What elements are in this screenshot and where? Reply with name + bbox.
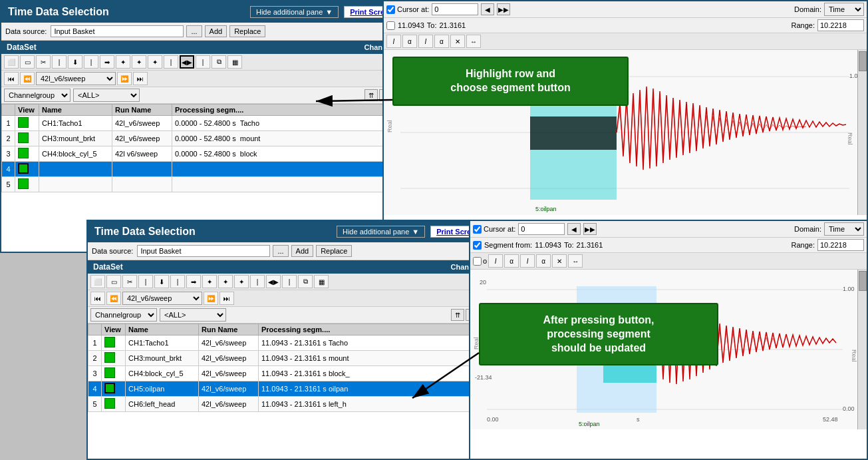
bottom-table-row-selected[interactable]: 4 CH5:oilpan 42l_v6/sweep 11.0943 - 21.3… [88,381,511,397]
bottom-add-button[interactable]: Add [291,245,314,257]
top-sweep-select[interactable]: 42l_v6/sweep [36,72,116,85]
tool-btn-separator: | [52,55,67,69]
brun-cell-3: 42l_v6/sweep [199,366,259,381]
tool-btn-grid[interactable]: ▦ [227,55,242,69]
bottom-table-row[interactable]: 2 CH3:mount_brkt 42l_v6/sweep 11.0943 - … [88,351,511,366]
btool-btn-star2[interactable]: ✦ [218,275,233,288]
bottom-hide-pane-button[interactable]: Hide additional pane ▼ [337,226,425,238]
bottom-cursor-checkbox[interactable] [473,225,482,234]
top-segment-checkbox[interactable] [386,21,395,30]
bottom-filter-nav1[interactable]: ⇈ [451,309,464,321]
view-check-4 [18,163,29,174]
bottom-nav-first[interactable]: ⏮ [90,292,105,305]
bottom-replace-button[interactable]: Replace [316,245,352,257]
chart-tool-alpha[interactable]: α [402,35,417,48]
bottom-chart-scroll-thumb[interactable] [859,271,867,291]
top-nav-prev[interactable]: ⏪ [20,72,35,85]
bottom-nav-last[interactable]: ⏭ [219,292,234,305]
bottom-nav-next[interactable]: ⏩ [204,292,218,305]
table-row[interactable]: 2 CH3:mount_brkt 42l_v6/sweep 0.0000 - 5… [2,131,424,146]
btool-btn-copy[interactable]: ⧉ [298,275,313,288]
bottom-channelgroup-select[interactable]: Channelgroup [90,308,157,322]
bchart-tool-italic[interactable]: I [488,254,503,268]
top-chart-scroll-thumb[interactable] [859,51,867,71]
top-cursor-checkbox-label[interactable]: Cursor at: [386,5,429,14]
tool-btn-star2[interactable]: ✦ [132,55,146,69]
bchart-tool-alpha2[interactable]: α [536,254,551,268]
table-row[interactable]: 1 CH1:Tacho1 42l_v6/sweep 0.0000 - 52.48… [2,116,424,131]
bottom-nav-prev[interactable]: ⏪ [106,292,121,305]
top-chart-scrollbar[interactable] [857,50,867,215]
top-all-select[interactable]: <ALL> [73,89,140,102]
bottom-cursor-fwd[interactable]: ▶▶ [583,223,597,235]
bchart-tool-alpha[interactable]: α [504,254,519,268]
bottom-datasource-input[interactable] [137,245,270,257]
chart-tool-italic[interactable]: I [386,35,401,48]
bottom-cursor-input[interactable] [518,223,565,235]
top-datasource-input[interactable] [51,25,184,37]
btool-btn-right-arrow[interactable]: ➡ [186,275,201,288]
table-row[interactable]: 3 CH4:block_cyl_5 42l v6/sweep 0.0000 - … [2,146,424,162]
top-channelgroup-select[interactable]: Channelgroup [4,89,71,102]
chart-tool-alpha2[interactable]: α [434,35,449,48]
view-check-5 [18,178,29,189]
top-cursor-fwd[interactable]: ▶▶ [497,3,510,15]
table-row-selected[interactable]: 4 [2,162,424,177]
table-row[interactable]: 5 [2,177,424,192]
bottom-segment-checkbox[interactable] [473,241,482,250]
tool-btn-right-arrow[interactable]: ➡ [100,55,114,69]
bchart-tool-italic2[interactable]: I [520,254,535,268]
chart-tool-italic2[interactable]: I [418,35,433,48]
top-nav-last[interactable]: ⏭ [133,72,148,85]
bchart-tool-arr[interactable]: ↔ [568,254,583,268]
brun-cell-4: 42l_v6/sweep [199,381,259,397]
btool-btn-scissors[interactable]: ✂ [122,275,137,288]
row-num-3: 3 [2,146,15,162]
bottom-table-row[interactable]: 5 CH6:left_head 42l_v6/sweep 11.0943 - 2… [88,397,511,412]
top-nav-next[interactable]: ⏩ [117,72,132,85]
tool-btn-1[interactable]: ⬜ [4,55,19,69]
tool-btn-copy[interactable]: ⧉ [212,55,226,69]
tool-btn-segment[interactable]: ◀▶ [180,55,194,69]
bchart-tool-x[interactable]: ✕ [552,254,567,268]
bottom-range-input[interactable] [817,239,864,251]
chart-tool-arr[interactable]: ↔ [466,35,481,48]
bottom-cursor-checkbox-label[interactable]: Cursor at: [473,225,515,234]
bottom-browse-button[interactable]: ... [273,245,288,257]
top-domain-select[interactable]: Time [824,3,864,16]
top-cursor-input[interactable] [432,3,478,15]
btool-btn-grid[interactable]: ▦ [314,275,329,288]
bottom-chart-scrollbar[interactable] [857,270,867,429]
bottom-sweep-select[interactable]: 42l_v6/sweep [122,292,202,305]
top-filter-nav1[interactable]: ⇈ [364,89,378,101]
top-add-button[interactable]: Add [205,25,227,37]
top-nav-first[interactable]: ⏮ [4,72,19,85]
bview-check-2 [104,352,115,363]
tool-btn-star3[interactable]: ✦ [148,55,162,69]
bottom-all-select[interactable]: <ALL> [160,308,226,322]
top-cursor-checkbox[interactable] [386,5,395,14]
bottom-table-row[interactable]: 3 CH4:block_cyl_5 42l_v6/sweep 11.0943 -… [88,366,511,381]
btool-btn-star3[interactable]: ✦ [234,275,249,288]
btool-btn-star1[interactable]: ✦ [202,275,217,288]
chart-tool-x[interactable]: ✕ [450,35,465,48]
tool-btn-2[interactable]: ▭ [20,55,35,69]
tool-btn-down-arrow[interactable]: ⬇ [68,55,82,69]
btool-btn-down-arrow[interactable]: ⬇ [154,275,169,288]
bottom-table-row[interactable]: 1 CH1:Tacho1 42l_v6/sweep 11.0943 - 21.3… [88,336,511,351]
btool-btn-segment[interactable]: ◀▶ [266,275,281,288]
bottom-chart-o-label: o [483,257,487,265]
top-hide-pane-button[interactable]: Hide additional pane ▼ [250,6,339,18]
top-range-input[interactable] [817,19,864,31]
btool-btn-1[interactable]: ⬜ [90,275,105,288]
tool-btn-star1[interactable]: ✦ [116,55,130,69]
bottom-cursor-back[interactable]: ◀ [567,223,581,235]
top-replace-button[interactable]: Replace [229,25,265,37]
btool-btn-2[interactable]: ▭ [106,275,121,288]
top-browse-button[interactable]: ... [186,25,202,37]
svg-text:20: 20 [480,279,486,286]
bottom-domain-select[interactable]: Time [824,222,864,236]
bottom-chart-checkbox[interactable] [473,257,482,266]
tool-btn-scissors[interactable]: ✂ [36,55,51,69]
top-cursor-back[interactable]: ◀ [481,3,494,15]
